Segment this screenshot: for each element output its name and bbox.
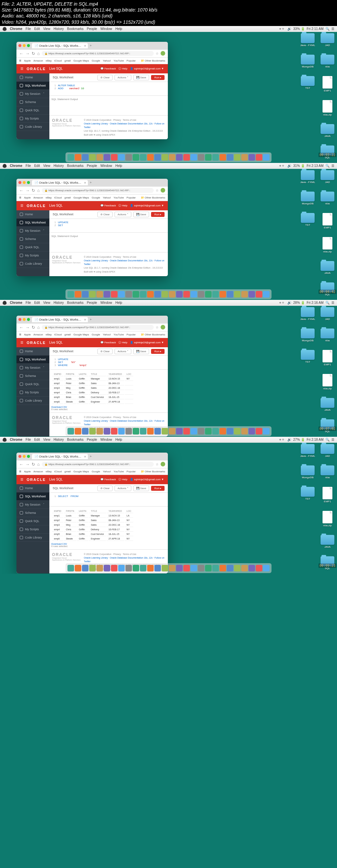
desktop-icon[interactable]: EMP1 <box>323 487 332 503</box>
reload-button[interactable]: ↻ <box>32 462 35 467</box>
menu-item[interactable]: File <box>26 301 31 305</box>
sidebar-item[interactable]: Home <box>17 484 49 492</box>
desktop-icon[interactable]: nba <box>320 465 334 479</box>
privacy-link[interactable]: Privacy <box>113 256 121 258</box>
actions-dropdown[interactable]: Actions ˅ <box>115 75 131 80</box>
dock-icon[interactable] <box>241 154 248 161</box>
dock-icon[interactable] <box>234 154 241 161</box>
reload-button[interactable]: ↻ <box>32 188 35 193</box>
dock-icon[interactable] <box>169 154 176 161</box>
desktop-icon[interactable]: JAVA <box>320 398 334 411</box>
menu-item[interactable]: View <box>43 27 50 31</box>
dock-icon[interactable] <box>125 565 132 571</box>
new-tab-button[interactable]: + <box>90 455 92 458</box>
terms-link[interactable]: Terms of Use <box>123 416 136 418</box>
apple-icon[interactable] <box>3 438 7 442</box>
sidebar-item[interactable]: My Session˅ <box>17 501 49 509</box>
apps-icon[interactable]: ⊞ <box>19 59 21 62</box>
home-button[interactable]: ⌂ <box>37 462 40 467</box>
browser-tab[interactable]: 📄 Oracle Live SQL - SQL Works…× <box>32 180 88 185</box>
bookmark-item[interactable]: gmail <box>64 333 71 336</box>
code-editor[interactable]: 1SELECT * FROM Employees; <box>49 493 168 506</box>
volume-icon[interactable]: 🔊 <box>287 164 291 167</box>
new-tab-button[interactable]: + <box>90 44 92 48</box>
dock-icon[interactable] <box>82 565 89 571</box>
user-menu[interactable]: 👤 sqlninja19@gmail.com ▼ <box>130 478 164 481</box>
back-button[interactable]: ← <box>19 188 23 193</box>
dock-icon[interactable] <box>227 565 233 571</box>
bookmark-item[interactable]: Google Maps <box>73 333 89 336</box>
sidebar-item[interactable]: Schema <box>17 235 49 243</box>
dock-icon[interactable] <box>154 428 161 434</box>
minimize-icon[interactable] <box>23 455 26 458</box>
desktop-icon[interactable]: MongoDB <box>301 192 315 205</box>
dock-icon[interactable] <box>96 565 103 571</box>
menu-item[interactable]: Help <box>116 438 122 441</box>
dock-icon[interactable] <box>263 565 270 571</box>
sidebar-item[interactable]: SQL Worksheet <box>17 219 49 227</box>
menu-item[interactable]: View <box>43 438 50 441</box>
dock-icon[interactable] <box>140 291 147 298</box>
apps-icon[interactable]: ⊞ <box>19 196 21 199</box>
dock-icon[interactable] <box>111 428 118 434</box>
help-link[interactable]: ⓘ Help <box>119 67 127 70</box>
dock-icon[interactable] <box>212 565 219 571</box>
dock-icon[interactable] <box>198 565 204 571</box>
dock-icon[interactable] <box>212 154 219 161</box>
apple-icon[interactable] <box>3 164 7 168</box>
menu-item[interactable]: History <box>54 27 64 31</box>
terms-link[interactable]: Terms of Use <box>123 119 136 121</box>
bookmark-item[interactable]: Amazon <box>33 196 43 199</box>
bookmark-item[interactable]: Google Maps <box>73 196 89 199</box>
dock-icon[interactable] <box>205 291 212 298</box>
minimize-icon[interactable] <box>23 318 26 321</box>
sidebar-item[interactable]: My Scripts <box>17 251 49 260</box>
dock-icon[interactable] <box>219 291 226 298</box>
bookmark-item[interactable]: Popular <box>126 470 135 473</box>
bookmark-item[interactable]: Yahoo! <box>103 59 111 62</box>
dock-icon[interactable] <box>140 565 147 571</box>
dock-icon[interactable] <box>140 428 147 434</box>
address-bar[interactable]: 🔒 https://livesql.oracle.com/apex/f?p=59… <box>42 462 154 467</box>
home-button[interactable]: ⌂ <box>37 51 40 56</box>
sidebar-item[interactable]: Schema <box>17 509 49 517</box>
other-bookmarks[interactable]: 📁 Other Bookmarks <box>141 333 165 336</box>
dock-icon[interactable] <box>104 428 110 434</box>
dock-icon[interactable] <box>198 428 204 434</box>
menu-item[interactable]: Edit <box>34 27 40 31</box>
dock-icon[interactable] <box>169 565 176 571</box>
dock-icon[interactable] <box>133 565 139 571</box>
dock-icon[interactable] <box>176 154 183 161</box>
bookmark-item[interactable]: Yahoo! <box>103 470 111 473</box>
menu-item[interactable]: History <box>54 438 64 441</box>
volume-icon[interactable]: 🔊 <box>287 27 291 31</box>
menu-item[interactable]: View <box>43 164 50 167</box>
minimize-icon[interactable] <box>23 181 26 184</box>
menu-item[interactable]: Help <box>116 301 122 305</box>
desktop-icon[interactable]: nba.zip <box>323 237 332 253</box>
dock-icon[interactable] <box>125 291 132 298</box>
dock-icon[interactable] <box>248 154 255 161</box>
dock-icon[interactable] <box>96 428 103 434</box>
forward-button[interactable]: → <box>25 325 30 330</box>
bookmark-item[interactable]: Amazon <box>33 59 43 62</box>
desktop-icon[interactable]: JAVA <box>320 124 334 137</box>
dock-icon[interactable] <box>256 154 262 161</box>
dock-icon[interactable] <box>212 291 219 298</box>
avatar-icon[interactable] <box>161 188 165 192</box>
feedback-link[interactable]: 💬 Feedback <box>100 204 116 207</box>
dock-icon[interactable] <box>219 428 226 434</box>
menu-item[interactable]: People <box>87 301 97 305</box>
code-editor[interactable]: 1ALTER TABLE Employees2ADD Loc varchar2 … <box>49 82 168 96</box>
sidebar-item[interactable]: Schema <box>17 372 49 380</box>
back-button[interactable]: ← <box>19 51 23 56</box>
sidebar-item[interactable]: Quick SQL <box>17 243 49 251</box>
close-icon[interactable] <box>19 44 21 47</box>
desktop-icon[interactable]: TST <box>301 76 315 90</box>
dock-icon[interactable] <box>190 291 197 298</box>
desktop-icon[interactable]: Java - FXML <box>300 33 315 47</box>
sidebar-item[interactable]: Home <box>17 210 49 219</box>
maximize-icon[interactable] <box>27 318 30 321</box>
download-link[interactable]: Download CSV <box>51 406 166 408</box>
menu-item[interactable]: Window <box>100 301 112 305</box>
